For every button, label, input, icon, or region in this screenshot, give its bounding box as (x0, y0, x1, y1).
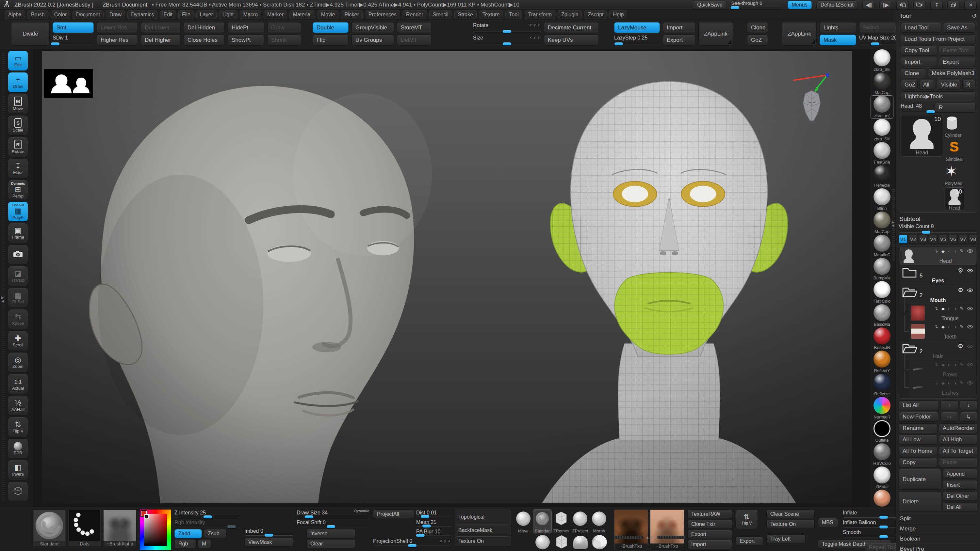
contrast-icon[interactable]: ◑ (953, 306, 956, 311)
union-icon[interactable]: ●● (941, 306, 945, 311)
slider-thumb[interactable] (880, 526, 888, 529)
contrast-icon[interactable]: ◑ (953, 248, 956, 254)
tray-handle-icon[interactable]: ▶◀ (1, 296, 4, 303)
zsub-button[interactable]: Zsub (204, 529, 227, 538)
axis-xyz-icon[interactable]: x y z (530, 35, 540, 39)
subtool-folder-mouth[interactable]: 2⚙Mouth (900, 285, 976, 304)
export-button[interactable]: Export (939, 57, 975, 67)
brush-inflat-b3[interactable]: Inflat (590, 533, 609, 551)
brush-zproject-a3[interactable]: ZProject (571, 510, 589, 533)
material-zbro-ski-3[interactable]: zbro_Ski (871, 119, 893, 142)
copy-tool-button[interactable]: Copy Tool (900, 46, 937, 56)
menu-file[interactable]: File (178, 10, 194, 19)
slider-thumb[interactable] (880, 516, 888, 519)
tool-actual[interactable]: 1:1Actual (8, 374, 28, 394)
contrast-icon[interactable]: ◑ (953, 324, 956, 330)
material-metalicc-8[interactable]: MetalicC (871, 235, 893, 257)
duplicate-button[interactable]: Duplicate (899, 469, 941, 490)
storemt-button[interactable]: StoreMT (397, 22, 431, 33)
material-basicma-11[interactable]: BasicMa (871, 304, 893, 327)
material-reflecty-13[interactable]: ReflectY (871, 351, 893, 373)
material-scrollbar[interactable]: ▶◀ (892, 189, 895, 261)
tool-thumb-simpleb[interactable]: SSimpleB (945, 139, 964, 162)
eye-icon[interactable] (967, 362, 974, 368)
tool-flipv[interactable]: ⇅Flip V (8, 417, 28, 437)
tool-polyf[interactable]: Line Fill▦PolyF (8, 202, 28, 222)
subtool-tab-v6[interactable]: V6 (949, 235, 958, 243)
menu-help[interactable]: Help (609, 10, 627, 19)
sdiv-1-slider[interactable]: SDiv 1 (52, 35, 94, 45)
clone-txtr-button[interactable]: Clone Txtr (687, 520, 732, 529)
subtool-tab-v5[interactable]: V5 (939, 235, 948, 243)
slider-thumb[interactable] (880, 535, 888, 538)
visible-button[interactable]: Visible (937, 80, 960, 90)
contrast-icon[interactable]: ◑ (953, 362, 956, 368)
down-button[interactable]: ↓ (960, 400, 977, 410)
subtool-item-head[interactable]: ↴●●◐◑✎Head (900, 247, 976, 265)
tool-floor[interactable]: ↧Floor (8, 158, 28, 179)
zapplink-button[interactable]: ZAppLink (782, 22, 817, 45)
projectall-button[interactable]: ProjectAll (373, 510, 414, 519)
lazymouse-button[interactable]: LazyMouse (614, 22, 660, 33)
menu-stroke[interactable]: Stroke (454, 10, 477, 19)
brush-zremes-a2[interactable]: ZRemes (552, 510, 570, 533)
lightbox-tools-button[interactable]: Lightbox▶Tools (900, 91, 975, 101)
lights-button[interactable]: Lights (819, 22, 856, 33)
brush-morph-a4[interactable]: Morph (590, 510, 608, 533)
tool-aahalf[interactable]: ½AAHalf (8, 395, 28, 416)
del-lower-button[interactable]: Del Lower (141, 22, 181, 33)
tray-left-button[interactable]: Tray Left (766, 534, 805, 543)
subtool-tab-v1[interactable]: V1 (899, 235, 907, 243)
subtool-tab-v2[interactable]: V2 (909, 235, 918, 243)
menu-zscript[interactable]: Zscript (584, 10, 607, 19)
slider-thumb[interactable] (327, 525, 335, 528)
dist-0-01-slider[interactable]: Dist 0.01 (416, 510, 452, 518)
subtool-folder-hair[interactable]: 2⚙Hair (900, 341, 976, 360)
texture-on-button[interactable]: Texture On (766, 520, 815, 529)
material-reflectr-12[interactable]: ReflectR (871, 327, 893, 350)
rgb-intensity-slider[interactable]: Rgb Intensity (175, 519, 241, 528)
keep-uvs-button[interactable]: Keep UVs (544, 35, 599, 45)
current-tool-thumbnail[interactable]: 10 Head (900, 115, 943, 157)
menu-draw[interactable]: Draw (106, 10, 125, 19)
subtool-tab-v4[interactable]: V4 (929, 235, 937, 243)
tile-brushalpha[interactable]: ~BrushAlpha (103, 510, 137, 547)
r-button[interactable]: R (963, 80, 975, 90)
crescent-icon[interactable]: ◐ (948, 362, 951, 368)
minimize-button[interactable]: ↧ (930, 1, 943, 9)
del-hidden-button[interactable]: Del Hidden (184, 22, 225, 33)
groupvisible-button[interactable]: GroupVisible (352, 22, 394, 33)
zapplink-button[interactable]: ZAppLink (698, 22, 733, 45)
copy-button[interactable]: Copy (899, 457, 937, 467)
double-button[interactable]: Double (313, 22, 348, 33)
autoreorder-button[interactable]: AutoReorder (939, 423, 977, 433)
inflate-slider[interactable]: Inflatex y z (843, 510, 896, 519)
shrink-button[interactable]: Shrink (267, 35, 301, 45)
export-button[interactable]: Export (663, 35, 695, 45)
redo-button[interactable]: ↪ (940, 412, 958, 422)
union-icon[interactable]: ●● (941, 380, 945, 386)
list-icon[interactable]: ↴ (934, 380, 939, 386)
tool-thumb-polymes[interactable]: ✶PolyMes (945, 163, 958, 186)
gear-icon[interactable]: ⚙ (958, 342, 963, 350)
clear-scene-button[interactable]: Clear Scene (766, 510, 815, 519)
save-as-button[interactable]: Save As (943, 23, 975, 33)
list-icon[interactable]: ↴ (934, 248, 939, 254)
paint-icon[interactable]: ✎ (959, 362, 964, 368)
subtool-folder-eyes[interactable]: 5⚙Eyes (900, 265, 976, 284)
flip-button[interactable]: Flip (313, 35, 348, 45)
scroll-hatch[interactable] (657, 536, 686, 539)
slider-thumb[interactable] (614, 43, 623, 45)
size-slider[interactable]: Sizex y z (473, 35, 541, 45)
inflate-balloon-slider[interactable]: Inflate Balloonx y z (843, 519, 896, 529)
material-matcap-1[interactable]: MatCap (871, 73, 893, 95)
brush-texture-1[interactable]: ~BrushTxtr (650, 510, 684, 549)
brush-flatten-b2[interactable]: Flatten (571, 533, 590, 551)
subtool-label[interactable]: Teeth (927, 334, 974, 340)
tool-frame[interactable]: ▣Frame (8, 223, 28, 243)
slider-thumb[interactable] (503, 43, 511, 45)
showpt-button[interactable]: ShowPt (228, 35, 264, 45)
subtool-label[interactable]: Head (918, 258, 974, 264)
brush-zremes-b1[interactable]: ZRemes (552, 533, 571, 551)
slider-thumb[interactable] (731, 6, 739, 9)
